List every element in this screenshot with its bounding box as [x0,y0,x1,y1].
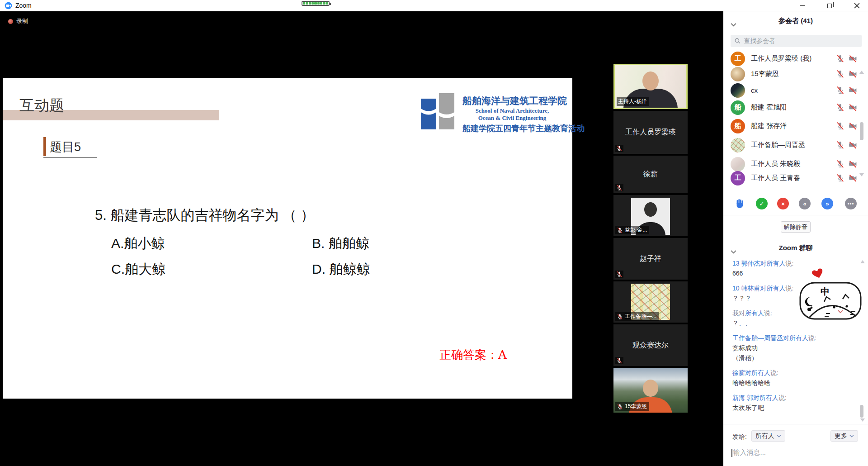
video-tile-6[interactable]: 工作备胎—... [613,281,688,323]
chat-scroll-up-icon[interactable] [860,260,865,263]
mic-muted-icon [836,86,844,95]
chat-message-text: 太欢乐了吧 [732,403,855,413]
camera-muted-icon [849,70,857,78]
chat-message-sender: 新海 郭对所有人 [732,394,778,401]
chat-message-header: 徐薪对所有人说: [732,368,855,378]
question-text: 5. 船建青志队的吉祥物名字为 （ ） [95,206,315,225]
scroll-down-icon[interactable] [859,173,864,176]
participant-avatar: 船 [731,100,745,115]
school-name-cn: 船舶海洋与建筑工程学院 [462,95,562,107]
video-tile-4[interactable]: 益彰 金... [613,195,688,236]
raise-hand-button[interactable] [734,198,746,209]
recording-label: 录制 [16,17,28,25]
more-dropdown[interactable]: 更多 [830,430,858,442]
option-d: D. 舶鲸鲸 [312,260,370,279]
camera-muted-icon [849,103,857,112]
chat-message: 新海 郭对所有人说:太欢乐了吧 [732,393,855,413]
participants-title: 参会者 (41) [723,17,868,25]
tile-participant-name: 工作人员罗梁瑛 [613,111,688,154]
more-reactions-button[interactable]: ••• [845,198,857,209]
participant-row[interactable]: 工作人员 朱晓毅 [723,157,859,171]
chat-message-sender: 所有人 [745,309,764,317]
video-tile-1[interactable]: 主持人-杨洋 [613,64,688,109]
chat-message-text: 666 [732,268,855,278]
chat-scrollbar[interactable] [860,405,863,418]
participants-actions: ✓ × « » ••• [723,198,868,209]
video-tile-5[interactable]: 赵子祥 [613,238,688,280]
section-divider [723,215,868,215]
minimize-button[interactable] [792,0,813,11]
heart-icon [812,268,824,279]
battery-indicator [302,1,330,6]
cat-sticker-image: 中 [799,279,862,321]
participant-name: 工作备胎—周晋丞 [751,141,836,149]
video-tile-3[interactable]: 徐薪 [613,156,688,193]
scroll-up-icon[interactable] [859,71,864,74]
no-button[interactable]: × [777,198,789,209]
tile-participant-name: 赵子祥 [613,238,688,280]
video-tile-8[interactable]: 15李蒙恩 [613,368,688,413]
mic-muted-icon [836,70,844,78]
participant-row[interactable]: 船船建 张存洋 [723,119,859,133]
recording-indicator: 录制 [8,17,28,25]
muted-mic-icon [615,357,623,364]
participant-name: 工作人员 王青春 [751,174,836,182]
tile-participant-name: 徐薪 [613,156,688,193]
yes-button[interactable]: ✓ [756,198,768,209]
restore-button[interactable] [819,0,840,11]
video-tile-7[interactable]: 观众赛达尔 [613,324,688,366]
participant-row[interactable]: 15李蒙恩 [723,67,859,81]
title-bar: Zoom [0,0,868,11]
tile-name-label: 益彰 金... [615,226,649,234]
chat-message-sender: 工作备胎—周晋丞对所有人 [732,334,808,342]
close-button[interactable] [846,0,867,11]
participant-avatar [731,83,745,98]
participant-row[interactable]: 工工作人员 王青春 [723,171,859,185]
participant-row[interactable]: 工作备胎—周晋丞 [723,138,859,152]
participant-row[interactable]: 船船建 霍旭阳 [723,100,859,115]
question-tag-underline [43,157,97,158]
participants-scrollbar[interactable] [860,122,863,140]
participant-row[interactable]: 工工作人员罗梁瑛 (我) [723,51,859,66]
mic-muted-icon [836,160,844,168]
sticker-char: 中 [821,286,830,296]
event-title: 船建学院五四青年节主题教育活动 [462,123,562,134]
muted-mic-icon [615,271,623,278]
camera-muted-icon [849,160,857,168]
search-participants-input[interactable]: 查找参会者 [731,35,862,47]
faster-button[interactable]: » [821,198,833,209]
chat-message-header: 新海 郭对所有人说: [732,393,855,403]
option-c: C.舶大鲸 [111,260,165,279]
mic-muted-icon [836,174,844,182]
chat-title: Zoom 群聊 [723,244,868,252]
tile-name-label: 主持人-杨洋 [617,97,649,106]
slower-button[interactable]: « [799,198,811,209]
camera-muted-icon [849,141,857,149]
video-tile-2[interactable]: 工作人员罗梁瑛 [613,111,688,154]
chat-message-sender: 说: [785,285,793,292]
question-tag: 题目5 [50,139,81,155]
more-label: 更多 [835,432,847,440]
chat-message-sender: 徐薪对所有人 [732,369,770,376]
participant-row[interactable]: cx [723,83,859,98]
option-a: A.舶小鲸 [111,234,165,253]
school-name-en-1: School of Naval Architecture, [462,107,562,114]
tile-name-label: 工作备胎—... [615,312,659,321]
send-to-dropdown[interactable]: 所有人 [751,430,785,442]
unmute-button[interactable]: 解除静音 [781,221,811,233]
participant-avatar: 工 [731,52,745,66]
chat-input-placeholder: 输入消息... [733,448,766,457]
muted-mic-icon [617,404,623,410]
chat-footer-divider [723,424,868,424]
chat-scroll-down-icon[interactable] [860,418,865,422]
recording-dot-icon [8,19,13,24]
chat-message-text: 竞标成功 [732,343,855,353]
side-panel: 参会者 (41) 查找参会者 工工作人员罗梁瑛 (我) 15李蒙恩 cx 船船建… [723,11,868,466]
tile-name-label: 15李蒙恩 [615,402,649,411]
mic-muted-icon [836,103,844,112]
tile-participant-name: 观众赛达尔 [613,324,688,366]
chat-message-sender: 说: [770,369,778,376]
chat-message-input[interactable]: 输入消息... [731,448,766,457]
chat-message-text: 哈哈哈哈哈哈 [732,378,855,388]
answer-text: 正确答案：A [439,347,507,363]
